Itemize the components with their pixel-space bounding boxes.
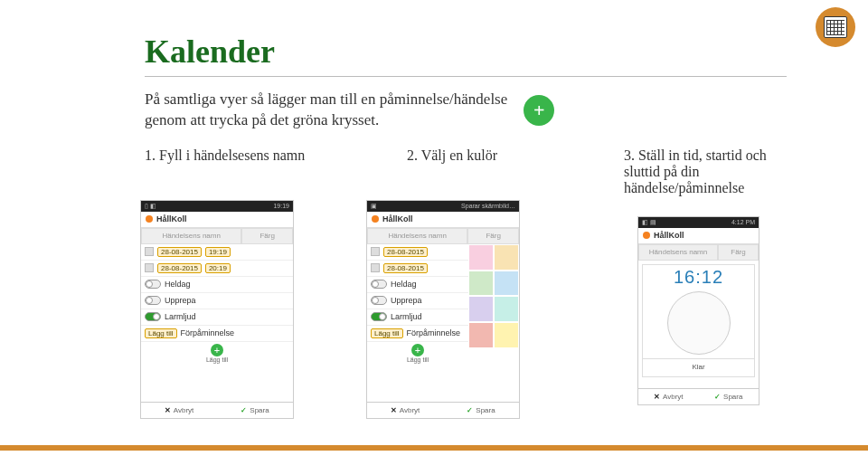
corner-calendar-badge	[816, 7, 855, 47]
prereminder-label: Förpåminnelse	[181, 328, 235, 337]
alarm-toggle[interactable]	[145, 312, 161, 321]
repeat-toggle[interactable]	[371, 296, 387, 305]
add-row[interactable]: +Lägg till	[367, 342, 468, 366]
screenshot-time-picker: ◧ ▤ 4:12 PM HållKoll Händelsens namn Fär…	[637, 216, 760, 405]
end-date[interactable]: 28-08-2015	[383, 263, 428, 273]
save-label: Spara	[476, 406, 495, 414]
end-icon	[145, 263, 154, 272]
app-icon	[146, 215, 153, 223]
done-button[interactable]: Klar	[643, 358, 754, 375]
start-time[interactable]: 19:19	[205, 247, 231, 257]
allday-label: Heldag	[391, 280, 417, 289]
bottom-bar: ✕Avbryt ✓Spara	[367, 402, 519, 418]
repeat-row[interactable]: Upprepa	[141, 293, 293, 309]
swatch-salmon[interactable]	[468, 322, 494, 348]
add-row[interactable]: +Lägg till	[141, 342, 293, 366]
tab-color[interactable]: Färg	[467, 228, 519, 244]
add-chip[interactable]: Lägg till	[145, 328, 177, 338]
tab-color[interactable]: Färg	[718, 244, 759, 261]
save-button[interactable]: ✓Spara	[699, 389, 760, 404]
allday-toggle[interactable]	[371, 280, 387, 289]
status-bar: ▯ ◧ 19:19	[141, 201, 293, 212]
close-icon: ✕	[165, 406, 171, 414]
tab-event-name[interactable]: Händelsens namn	[141, 228, 241, 244]
status-bar: ◧ ▤ 4:12 PM	[638, 217, 759, 228]
start-row[interactable]: 28-08-2015 19:19	[141, 244, 293, 261]
end-date[interactable]: 28-08-2015	[157, 263, 202, 273]
allday-row[interactable]: Heldag	[367, 277, 468, 293]
clock-face[interactable]	[667, 291, 731, 355]
add-label: Lägg till	[407, 356, 429, 363]
save-button[interactable]: ✓Spara	[217, 403, 293, 418]
app-bar: HållKoll	[367, 212, 519, 228]
alarm-row[interactable]: Larmljud	[367, 309, 468, 326]
add-event-button[interactable]: +	[524, 95, 554, 126]
plus-icon[interactable]: +	[411, 344, 424, 356]
cancel-button[interactable]: ✕Avbryt	[367, 403, 443, 418]
cancel-label: Avbryt	[663, 393, 684, 401]
intro-line-1: På samtliga vyer så lägger man till en p…	[145, 90, 507, 108]
swatch-peach[interactable]	[494, 244, 519, 271]
cancel-button[interactable]: ✕Avbryt	[638, 389, 699, 404]
footer-accent-stripe	[0, 445, 868, 451]
repeat-row[interactable]: Upprepa	[367, 293, 468, 309]
repeat-toggle[interactable]	[145, 296, 161, 305]
tab-color[interactable]: Färg	[241, 228, 293, 244]
swatch-teal[interactable]	[494, 296, 519, 322]
status-icons: ▯ ◧	[145, 201, 156, 212]
tab-event-name[interactable]: Händelsens namn	[367, 228, 467, 244]
alarm-row[interactable]: Larmljud	[141, 309, 293, 326]
start-icon	[371, 247, 380, 256]
start-row[interactable]: 28-08-2015	[367, 244, 468, 261]
swatch-blue[interactable]	[494, 271, 519, 297]
color-swatches[interactable]	[468, 244, 519, 348]
app-title: HållKoll	[156, 214, 187, 223]
bottom-bar: ✕Avbryt ✓Spara	[141, 402, 293, 418]
plus-icon[interactable]: +	[211, 344, 223, 356]
alarm-toggle[interactable]	[371, 312, 387, 321]
time-display: 16:12	[643, 267, 754, 288]
page-title: Kalender	[145, 9, 787, 71]
screenshot-color-picker: ▣ Sparar skärmbild… HållKoll Händelsens …	[366, 200, 520, 419]
allday-toggle[interactable]	[145, 280, 161, 289]
cancel-button[interactable]: ✕Avbryt	[141, 403, 217, 418]
end-icon	[371, 263, 380, 272]
cancel-label: Avbryt	[174, 406, 194, 414]
status-time: 19:19	[273, 201, 289, 212]
end-row[interactable]: 28-08-2015 20:19	[141, 261, 293, 277]
start-date[interactable]: 28-08-2015	[157, 247, 202, 257]
app-bar: HållKoll	[638, 228, 759, 244]
caption-1: 1. Fyll i händelsesens namn	[145, 147, 362, 196]
start-date[interactable]: 28-08-2015	[383, 247, 428, 257]
status-label: Sparar skärmbild…	[461, 201, 515, 212]
allday-label: Heldag	[165, 280, 191, 289]
add-label: Lägg till	[206, 356, 228, 363]
swatch-yellow[interactable]	[494, 322, 519, 348]
status-icons: ▣	[371, 201, 377, 212]
alarm-label: Larmljud	[391, 312, 422, 321]
swatch-pink[interactable]	[468, 244, 494, 271]
divider	[145, 76, 787, 77]
allday-row[interactable]: Heldag	[141, 277, 293, 293]
repeat-label: Upprepa	[165, 296, 196, 305]
swatch-purple[interactable]	[468, 296, 494, 322]
caption-3: 3. Ställ in tid, startid och sluttid på …	[624, 147, 787, 196]
caption-2: 2. Välj en kulör	[407, 147, 579, 196]
save-label: Spara	[723, 393, 742, 401]
tab-event-name[interactable]: Händelsens namn	[638, 244, 718, 261]
app-bar: HållKoll	[141, 212, 293, 228]
save-button[interactable]: ✓Spara	[443, 403, 519, 418]
prereminder-label: Förpåminnelse	[407, 328, 461, 337]
prereminder-row[interactable]: Lägg tillFörpåminnelse	[141, 326, 293, 342]
screenshot-event-name: ▯ ◧ 19:19 HållKoll Händelsens namn Färg …	[140, 200, 294, 419]
repeat-label: Upprepa	[391, 296, 422, 305]
end-row[interactable]: 28-08-2015	[367, 261, 468, 277]
prereminder-row[interactable]: Lägg tillFörpåminnelse	[367, 326, 468, 342]
tab-row: Händelsens namn Färg	[141, 228, 293, 244]
swatch-green[interactable]	[468, 271, 494, 297]
end-time[interactable]: 20:19	[205, 263, 231, 273]
check-icon: ✓	[241, 406, 247, 414]
intro-line-2: genom att trycka på det gröna krysset.	[145, 111, 379, 128]
add-chip[interactable]: Lägg till	[371, 328, 403, 338]
cancel-label: Avbryt	[400, 406, 420, 414]
